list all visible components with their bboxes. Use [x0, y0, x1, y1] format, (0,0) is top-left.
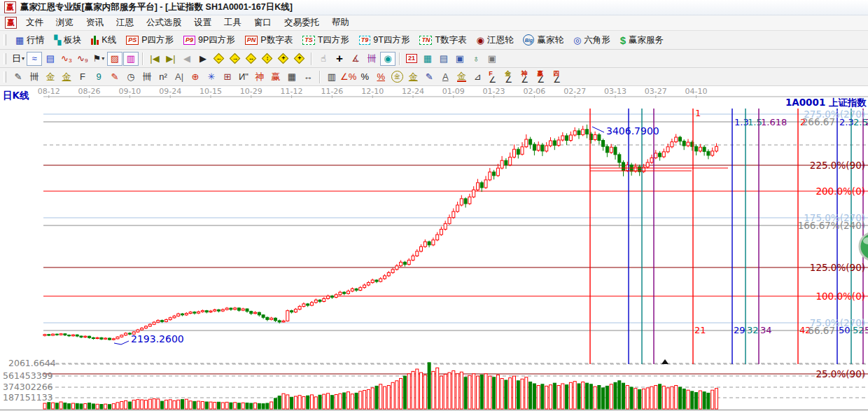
menu-item-4[interactable]: 江恩	[110, 17, 140, 29]
percent-tool-icon[interactable]: %	[357, 70, 372, 84]
flag-marker-button-icon[interactable]: ⚑▾	[91, 52, 106, 66]
angle-measure-button-icon[interactable]: ∡	[348, 52, 363, 66]
toolbar-grip-icon[interactable]	[4, 53, 6, 64]
toolbar-winner-wheel[interactable]: Big赢家轮	[519, 33, 568, 48]
toolbar-gann-wheel[interactable]: ◉江恩轮	[472, 33, 518, 48]
wave-mark-tool-icon[interactable]: И"	[236, 70, 251, 84]
menu-item-1[interactable]: 文件	[20, 17, 50, 29]
shen-tool-icon[interactable]: 神	[252, 70, 267, 84]
red-marker-tool-icon[interactable]: ✎	[107, 70, 122, 84]
toolbar-quotes[interactable]: ▦行情	[11, 33, 48, 48]
menu-items: 文件浏览资讯江恩公式选股设置工具窗口交易委托帮助	[20, 17, 356, 29]
last-page-button-icon[interactable]: ▶|	[163, 52, 178, 66]
menu-item-10[interactable]: 帮助	[326, 17, 356, 29]
j-angle-tool-icon[interactable]: ⊿	[470, 70, 485, 84]
grid-123-tool-icon[interactable]: ▦	[284, 70, 300, 84]
calendar-button-icon[interactable]: 21	[404, 52, 419, 66]
h-extend-tool-icon[interactable]: ↔	[300, 70, 316, 84]
draw-line-tool-icon[interactable]: ✎	[10, 70, 26, 84]
menu-item-8[interactable]: 窗口	[248, 17, 278, 29]
toolbar-sectors[interactable]: ▚板块	[50, 33, 85, 48]
toolbar-p-square-icon: PS	[126, 36, 139, 45]
nine-spiral-tool-icon[interactable]: 9	[91, 70, 106, 84]
wave-channel-tool-icon[interactable]: A	[438, 70, 453, 84]
toolbar-quotes-label: 行情	[27, 34, 44, 46]
toolbar-p-table[interactable]: PNP数字表	[241, 33, 297, 48]
zoom-out-h-button-icon[interactable]: ↔	[244, 52, 259, 66]
toolbar-p-square[interactable]: PSP四方形	[122, 33, 178, 48]
toolbar-kline-icon	[91, 36, 99, 45]
next-bar-button-icon[interactable]: ▶	[195, 52, 211, 66]
svg-text:08-26: 08-26	[78, 87, 101, 96]
toolbar-9p-square[interactable]: P99P四方形	[179, 33, 239, 48]
grid-box-tool-icon[interactable]: ⊞	[220, 70, 235, 84]
f-angle-tool-icon[interactable]: F∠	[486, 70, 501, 84]
brush-tool-icon[interactable]: ✎	[421, 70, 437, 84]
wave-9-button-icon[interactable]: ∿₉	[75, 52, 90, 66]
price-ruler-tool-icon[interactable]: 卌	[139, 70, 155, 84]
save-button-icon[interactable]: ▣	[452, 52, 468, 66]
chart-style-button-icon[interactable]: 日▾	[10, 52, 26, 66]
gold-angle-tool-icon[interactable]: 金∠	[502, 70, 517, 84]
zigzag-tool-button-icon[interactable]: ≈	[27, 52, 42, 66]
gold-grid2-tool-icon[interactable]: 金	[59, 70, 74, 84]
menu-item-6[interactable]: 设置	[188, 17, 218, 29]
crosshair-tool-button-icon[interactable]: +	[332, 52, 347, 66]
gold-circle-tool-icon[interactable]: 金	[389, 70, 405, 84]
time-ruler-tool-icon[interactable]: 卌	[27, 70, 42, 84]
toolbar-hexagon[interactable]: ◎六角形	[569, 33, 615, 48]
app-logo-icon: 赢	[4, 1, 16, 13]
measure-table-tool-icon[interactable]: ▥	[324, 70, 340, 84]
si-angle-tool-icon[interactable]: 四∠	[550, 70, 566, 84]
toolbar-sectors-label: 板块	[64, 34, 81, 46]
toolbar-grip-icon[interactable]	[4, 71, 6, 83]
volume-profile-button-icon[interactable]: ▥	[123, 52, 139, 66]
toolbar-t-square[interactable]: TST四方形	[298, 33, 354, 48]
svg-text:66.67: 66.67	[808, 325, 835, 336]
gold-level-tool-icon[interactable]: 金	[405, 70, 421, 84]
menu-item-3[interactable]: 资讯	[80, 17, 110, 29]
shen-angle-tool-icon[interactable]: 神∠	[518, 70, 533, 84]
prev-bar-button-icon[interactable]: ◀	[179, 52, 195, 66]
toolbar-winner-service[interactable]: $赢家服务	[616, 33, 668, 48]
pan-right-button-icon[interactable]: →	[227, 52, 243, 66]
mirror-tool-icon[interactable]: A|	[172, 70, 187, 84]
zoom-out-all-button-icon[interactable]: +	[276, 52, 291, 66]
menu-item-5[interactable]: 公式选股	[140, 17, 188, 29]
workstation-button-icon[interactable]: ▣	[484, 52, 500, 66]
gann-flash-button-icon[interactable]: 卌	[364, 52, 379, 66]
pan-left-button-icon[interactable]: ←	[211, 52, 227, 66]
menu-item-2[interactable]: 浏览	[50, 17, 80, 29]
star-wheel-tool-icon[interactable]: ✳	[204, 70, 219, 84]
first-page-button-icon[interactable]: |◀	[147, 52, 162, 66]
toolbar-kline[interactable]: K线	[87, 33, 120, 48]
wave-3-button-icon[interactable]: ∿₃	[59, 52, 74, 66]
ying-tool-icon[interactable]: 赢	[268, 70, 284, 84]
calculator-button-icon[interactable]: ▦	[420, 52, 435, 66]
memo-button-icon[interactable]: ▤	[436, 52, 451, 66]
ying-angle-tool-icon[interactable]: 赢∠	[534, 70, 550, 84]
circle-cross-tool-icon[interactable]: ⊕	[188, 70, 203, 84]
gold-grid-tool-icon[interactable]: 金	[43, 70, 58, 84]
hand-tool-button-icon[interactable]: ☝	[316, 52, 331, 66]
svg-text:374302266: 374302266	[3, 382, 53, 392]
n-square-tool-icon[interactable]: n²	[155, 70, 171, 84]
kline-chart[interactable]: 08-1208-2609-1009-2410-1510-2911-1211-26…	[0, 86, 868, 411]
toolbar-grip-icon[interactable]	[4, 34, 6, 46]
zoom-in-h-button-icon[interactable]: ↕	[260, 52, 275, 66]
f10-report-button-icon[interactable]: ▤	[43, 52, 58, 66]
percent-angle-tool-icon[interactable]: ∠%	[340, 70, 356, 84]
zoom-full-button-icon[interactable]: +	[292, 52, 307, 66]
gold-redline-tool-icon[interactable]: 金	[454, 70, 469, 84]
china-map-button-icon[interactable]: ▨	[107, 52, 122, 66]
clock-cycle-tool-icon[interactable]: ◷	[123, 70, 139, 84]
menu-item-7[interactable]: 工具	[218, 17, 248, 29]
menu-item-9[interactable]: 交易委托	[278, 17, 326, 29]
svg-text:125.0%(90): 125.0%(90)	[810, 262, 865, 273]
toolbar-t-table[interactable]: TNT数字表	[415, 33, 470, 48]
smart-brain-button-icon[interactable]: ◉	[380, 52, 396, 66]
toolbar-9t-square[interactable]: T99T四方形	[355, 33, 414, 48]
fib-grid-tool-icon[interactable]: F	[75, 70, 90, 84]
percent-line-tool-icon[interactable]: %	[373, 70, 388, 84]
web-sync-button-icon[interactable]: ♁	[468, 52, 484, 66]
